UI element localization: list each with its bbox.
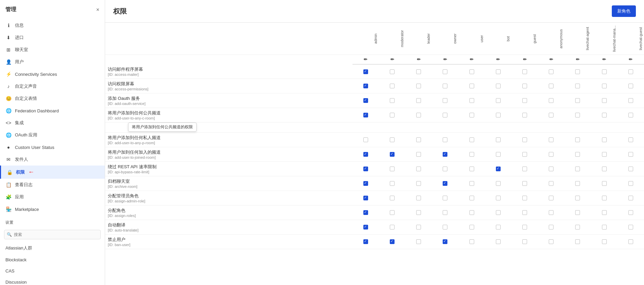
checkbox-ban-user-anonymous[interactable] [549, 239, 554, 244]
check-add-user-to-joined-room-livechat-agent[interactable] [564, 147, 591, 161]
checkbox-add-user-to-joined-room-bot[interactable] [496, 152, 501, 157]
check-auto-translate-admin[interactable] [353, 220, 379, 234]
check-add-user-to-any-c-room-moderator[interactable] [379, 108, 405, 122]
check-ban-user-admin[interactable] [353, 234, 379, 249]
checkbox-ban-user-livechat-guest[interactable] [628, 239, 633, 244]
settings-item-atlassian[interactable]: Atlassian人群 [0, 242, 105, 254]
checkbox-add-user-to-any-c-room-livechat-agent[interactable] [575, 113, 580, 117]
checkbox-add-user-to-any-c-room-owner[interactable] [443, 113, 447, 117]
sidebar-item-integrations[interactable]: <>集成 [0, 117, 105, 129]
check-access-permissions-anonymous[interactable] [538, 79, 564, 93]
checkbox-access-permissions-leader[interactable] [416, 84, 421, 88]
checkbox-ban-user-guest[interactable] [522, 239, 527, 244]
check-add-user-to-any-p-room-anonymous[interactable] [538, 132, 564, 147]
sidebar-item-connectivity[interactable]: ⚡Connectivity Services [0, 68, 105, 80]
checkbox-assign-roles-livechat-guest[interactable] [628, 210, 633, 215]
checkbox-assign-admin-role-guest[interactable] [522, 196, 527, 200]
check-assign-roles-anonymous[interactable] [538, 205, 564, 220]
checkbox-add-user-to-any-c-room-moderator[interactable] [390, 113, 395, 117]
check-access-mailer-anonymous[interactable] [538, 64, 564, 79]
check-ban-user-leader[interactable] [405, 234, 432, 249]
check-access-mailer-livechat-agent[interactable] [564, 64, 591, 79]
check-assign-admin-role-owner[interactable] [432, 191, 458, 205]
check-access-permissions-owner[interactable] [432, 79, 458, 93]
check-assign-roles-owner[interactable] [432, 205, 458, 220]
check-add-user-to-any-p-room-moderator[interactable] [379, 132, 405, 147]
check-add-oauth-service-livechat-agent[interactable] [564, 93, 591, 108]
check-ban-user-livechat-mana[interactable] [591, 234, 618, 249]
check-archive-room-livechat-mana[interactable] [591, 176, 618, 191]
check-api-bypass-rate-limit-livechat-mana[interactable] [591, 161, 618, 176]
checkbox-assign-admin-role-admin[interactable] [363, 196, 368, 200]
check-add-user-to-joined-room-user[interactable] [459, 147, 485, 161]
checkbox-assign-admin-role-owner[interactable] [443, 196, 447, 200]
checkbox-access-permissions-livechat-mana[interactable] [602, 84, 607, 88]
checkbox-access-permissions-livechat-agent[interactable] [575, 84, 580, 88]
check-access-mailer-owner[interactable] [432, 64, 458, 79]
checkbox-add-user-to-any-p-room-leader[interactable] [416, 137, 421, 142]
check-add-oauth-service-guest[interactable] [511, 93, 538, 108]
checkbox-auto-translate-livechat-agent[interactable] [575, 225, 580, 229]
check-access-mailer-livechat-guest[interactable] [618, 64, 644, 79]
check-access-permissions-livechat-guest[interactable] [618, 79, 644, 93]
checkbox-assign-admin-role-leader[interactable] [416, 196, 421, 200]
edit-icon-admin[interactable]: ✏ [364, 57, 367, 62]
check-add-user-to-any-p-room-livechat-agent[interactable] [564, 132, 591, 147]
checkbox-ban-user-leader[interactable] [416, 239, 421, 244]
checkbox-assign-roles-livechat-agent[interactable] [575, 210, 580, 215]
check-add-oauth-service-bot[interactable] [485, 93, 511, 108]
search-input[interactable] [4, 230, 101, 239]
check-auto-translate-owner[interactable] [432, 220, 458, 234]
checkbox-ban-user-user[interactable] [469, 239, 474, 244]
check-access-permissions-livechat-mana[interactable] [591, 79, 618, 93]
check-add-user-to-any-p-room-admin[interactable] [353, 132, 379, 147]
check-add-user-to-joined-room-livechat-mana[interactable] [591, 147, 618, 161]
check-assign-roles-bot[interactable] [485, 205, 511, 220]
checkbox-assign-admin-role-livechat-agent[interactable] [575, 196, 580, 200]
check-add-user-to-any-c-room-user[interactable] [459, 108, 485, 122]
checkbox-access-permissions-moderator[interactable] [390, 84, 395, 88]
checkbox-assign-roles-guest[interactable] [522, 210, 527, 215]
check-add-user-to-any-p-room-owner[interactable] [432, 132, 458, 147]
checkbox-archive-room-leader[interactable] [416, 181, 421, 186]
checkbox-add-user-to-joined-room-moderator[interactable] [390, 152, 395, 157]
check-auto-translate-anonymous[interactable] [538, 220, 564, 234]
checkbox-assign-admin-role-livechat-guest[interactable] [628, 196, 633, 200]
check-add-user-to-joined-room-admin[interactable] [353, 147, 379, 161]
settings-item-blockstack[interactable]: Blockstack [0, 254, 105, 265]
checkbox-add-oauth-service-livechat-guest[interactable] [628, 98, 633, 103]
check-ban-user-moderator[interactable] [379, 234, 405, 249]
check-assign-roles-livechat-agent[interactable] [564, 205, 591, 220]
checkbox-auto-translate-anonymous[interactable] [549, 225, 554, 229]
check-add-user-to-any-p-room-user[interactable] [459, 132, 485, 147]
check-add-oauth-service-admin[interactable] [353, 93, 379, 108]
new-role-button[interactable]: 新角色 [612, 5, 636, 17]
check-assign-roles-leader[interactable] [405, 205, 432, 220]
check-add-oauth-service-moderator[interactable] [379, 93, 405, 108]
check-auto-translate-livechat-mana[interactable] [591, 220, 618, 234]
checkbox-access-mailer-livechat-agent[interactable] [575, 69, 580, 74]
checkbox-add-user-to-joined-room-livechat-mana[interactable] [602, 152, 607, 157]
checkbox-archive-room-bot[interactable] [496, 181, 501, 186]
check-add-user-to-any-c-room-livechat-guest[interactable] [618, 108, 644, 122]
check-archive-room-owner[interactable] [432, 176, 458, 191]
check-access-permissions-user[interactable] [459, 79, 485, 93]
edit-icon-livechat-agent[interactable]: ✏ [576, 57, 580, 62]
check-ban-user-user[interactable] [459, 234, 485, 249]
check-archive-room-guest[interactable] [511, 176, 538, 191]
checkbox-add-user-to-any-p-room-moderator[interactable] [390, 137, 395, 142]
checkbox-ban-user-owner[interactable] [443, 239, 447, 244]
checkbox-api-bypass-rate-limit-livechat-agent[interactable] [575, 167, 580, 171]
edit-icon-user[interactable]: ✏ [470, 57, 474, 62]
checkbox-assign-roles-moderator[interactable] [390, 210, 395, 215]
check-add-user-to-any-c-room-admin[interactable] [353, 108, 379, 122]
checkbox-access-permissions-guest[interactable] [522, 84, 527, 88]
checkbox-assign-admin-role-bot[interactable] [496, 196, 501, 200]
check-assign-roles-admin[interactable] [353, 205, 379, 220]
checkbox-access-mailer-owner[interactable] [443, 69, 447, 74]
checkbox-api-bypass-rate-limit-user[interactable] [469, 167, 474, 171]
check-archive-room-moderator[interactable] [379, 176, 405, 191]
check-access-permissions-leader[interactable] [405, 79, 432, 93]
sidebar-item-users[interactable]: 👤用户 [0, 56, 105, 68]
checkbox-add-oauth-service-bot[interactable] [496, 98, 501, 103]
